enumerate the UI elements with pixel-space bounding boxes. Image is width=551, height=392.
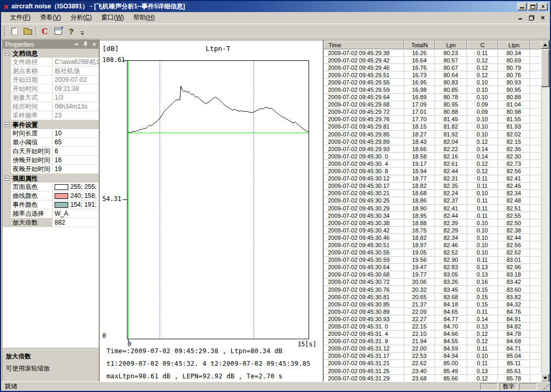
menu-item-4[interactable]: 窗口(W): [97, 12, 129, 24]
property-row[interactable]: 开始日期2009-07-02: [3, 76, 99, 84]
table-row[interactable]: 2009-07-02 09:45:30.6819.7783.050.1383.1…: [324, 271, 541, 279]
table-row[interactable]: 2009-07-02 09:45:29.3816.2680.230.1180.3…: [324, 49, 541, 57]
maximize-button[interactable]: [528, 3, 537, 10]
property-value[interactable]: 19: [52, 165, 99, 174]
collapse-icon[interactable]: [5, 176, 9, 181]
column-header-C[interactable]: C: [467, 40, 498, 49]
table-row[interactable]: 2009-07-02 09:45:31.1222.0084.590.1184.7…: [324, 345, 541, 353]
property-value[interactable]: 65: [52, 138, 99, 147]
pin-icon[interactable]: [83, 41, 88, 47]
property-row[interactable]: 开始时间09:21:38: [3, 84, 99, 93]
table-row[interactable]: 2009-07-02 09:45:30.3418.9582.440.1182.5…: [324, 212, 541, 219]
table-row[interactable]: 2009-07-02 09:45:30.2918.9082.410.1182.5…: [324, 205, 541, 212]
property-value[interactable]: 6: [52, 147, 99, 156]
table-row[interactable]: 2009-07-02 09:45:30.8521.3784.180.1584.3…: [324, 301, 541, 308]
panel-menu-icon[interactable]: [75, 44, 79, 46]
column-header-Lpn[interactable]: Lpn: [435, 40, 467, 49]
property-value[interactable]: 10: [52, 129, 99, 138]
menu-item-5[interactable]: 帮助(H): [129, 12, 160, 24]
property-value[interactable]: 06h34m13s: [52, 102, 99, 111]
properties-button[interactable]: [51, 25, 65, 38]
property-category[interactable]: 文档信息: [3, 49, 99, 58]
table-row[interactable]: 2009-07-02 09:45:30.5919.5682.900.1183.0…: [324, 257, 541, 264]
table-row[interactable]: 2009-07-02 09:45:30.8922.0984.650.1184.7…: [324, 308, 541, 315]
scroll-up-button[interactable]: [541, 40, 549, 49]
table-row[interactable]: 2009-07-02 09:45:30.5118.9782.460.1082.5…: [324, 241, 541, 249]
table-scrollbar[interactable]: [541, 40, 549, 382]
column-header-Time[interactable]: Time: [324, 40, 404, 49]
table-row[interactable]: 2009-07-02 09:45:30.3818.8882.390.1082.5…: [324, 219, 541, 227]
table-row[interactable]: 2009-07-02 09:45:31.2523.4085.490.1385.6…: [324, 367, 541, 375]
table-row[interactable]: 2009-07-02 09:45:29.9318.6682.220.1482.3…: [324, 145, 541, 153]
table-row[interactable]: 2009-07-02 09:45:29.5916.9880.850.1080.9…: [324, 86, 541, 93]
collapse-icon[interactable]: [5, 122, 9, 127]
table-row[interactable]: 2009-07-02 09:45:30.5519.0582.520.1082.6…: [324, 249, 541, 257]
table-row[interactable]: 2009-07-02 09:45:31. 821.9484.550.1284.6…: [324, 338, 541, 345]
property-row[interactable]: 曲线颜色240; 158; 15: [3, 192, 99, 200]
chart-svg[interactable]: [121, 60, 312, 344]
property-category[interactable]: 视图属性: [3, 174, 99, 183]
property-value[interactable]: 255; 255; 25: [52, 183, 99, 192]
property-category[interactable]: 事件设置: [3, 120, 99, 129]
menu-item-1[interactable]: 文件(F): [5, 12, 35, 24]
open-file-button[interactable]: [21, 25, 34, 38]
table-row[interactable]: 2009-07-02 09:45:30. 018.5882.160.1482.3…: [324, 153, 541, 160]
property-value[interactable]: 1/3: [52, 93, 99, 102]
table-row[interactable]: 2009-07-02 09:45:29.6416.8980.780.1080.8…: [324, 94, 541, 101]
menu-item-3[interactable]: 分析(C): [66, 12, 97, 24]
property-value[interactable]: 2009-07-02: [52, 76, 99, 84]
table-row[interactable]: 2009-07-02 09:45:31. 022.1584.700.1384.8…: [324, 323, 541, 330]
table-row[interactable]: 2009-07-02 09:45:30.8120.6583.680.1583.8…: [324, 293, 541, 301]
table-row[interactable]: 2009-07-02 09:45:30.4218.7582.290.1082.3…: [324, 227, 541, 234]
property-row[interactable]: 傍晚开始时间16: [3, 156, 99, 165]
table-row[interactable]: 2009-07-02 09:45:30.1218.7782.310.1182.4…: [324, 175, 541, 183]
property-row[interactable]: 测量方式1/3: [3, 93, 99, 102]
table-row[interactable]: 2009-07-02 09:45:29.7217.0180.880.0980.9…: [324, 109, 541, 116]
property-value[interactable]: C:\awa6298\机场: [52, 58, 99, 67]
table-row[interactable]: 2009-07-02 09:45:30.7220.0683.260.1683.4…: [324, 279, 541, 286]
property-row[interactable]: 文件路径C:\awa6298\机场: [3, 58, 99, 67]
table-row[interactable]: 2009-07-02 09:45:29.6817.0980.950.0981.0…: [324, 101, 541, 109]
table-row[interactable]: 2009-07-02 09:45:30.4618.8282.340.1082.4…: [324, 234, 541, 241]
mdi-close-button[interactable]: ×: [541, 15, 545, 20]
close-button[interactable]: ×: [538, 3, 548, 10]
table-row[interactable]: 2009-07-02 09:45:29.8918.4382.040.1282.1…: [324, 138, 541, 145]
table-row[interactable]: 2009-07-02 09:45:30.9322.2784.770.1484.9…: [324, 315, 541, 323]
minimize-button[interactable]: [517, 3, 527, 10]
table-row[interactable]: 2009-07-02 09:45:30.7620.3283.450.1583.6…: [324, 286, 541, 293]
property-value[interactable]: 154; 191; 18: [52, 200, 99, 209]
resize-grip[interactable]: [542, 383, 549, 390]
property-value[interactable]: 09:21:38: [52, 84, 99, 93]
property-row[interactable]: 测点名称栎社机场: [3, 67, 99, 76]
mdi-minimize-button[interactable]: [518, 16, 523, 20]
table-row[interactable]: 2009-07-02 09:45:29.4216.6480.570.1280.6…: [324, 57, 541, 64]
toolbar-overflow-button[interactable]: [79, 26, 86, 37]
collapse-icon[interactable]: [5, 51, 9, 56]
property-row[interactable]: 夜晚开始时间19: [3, 165, 99, 174]
table-row[interactable]: 2009-07-02 09:45:30. 419.1782.610.1282.7…: [324, 160, 541, 167]
table-row[interactable]: 2009-07-02 09:45:29.5116.7380.640.1280.7…: [324, 71, 541, 79]
table-row[interactable]: 2009-07-02 09:45:30.1718.8282.350.1182.4…: [324, 183, 541, 190]
column-header-TotalN[interactable]: TotalN: [404, 40, 435, 49]
property-row[interactable]: 页面底色255; 255; 25: [3, 183, 99, 192]
property-value[interactable]: 240; 158; 15: [52, 192, 99, 200]
table-row[interactable]: 2009-07-02 09:45:30. 818.9482.440.1282.5…: [324, 168, 541, 175]
column-header-blank[interactable]: [530, 40, 541, 49]
property-row[interactable]: 频率点选择W_A: [3, 209, 99, 218]
table-row[interactable]: 2009-07-02 09:45:29.4616.7680.670.1280.7…: [324, 64, 541, 71]
property-row[interactable]: 放大倍数882: [3, 218, 99, 227]
table-row[interactable]: 2009-07-02 09:45:30.6419.4782.830.1382.9…: [324, 264, 541, 271]
chart-panel[interactable]: [dB] Ltpn-T 108.61 54.31 0 0 15[s] Time=…: [99, 40, 323, 383]
property-value[interactable]: W_A: [52, 209, 99, 218]
panel-close-icon[interactable]: ×: [92, 42, 96, 47]
property-row[interactable]: 最小阈值65: [3, 138, 99, 147]
c-weighting-button[interactable]: C: [38, 25, 51, 38]
column-header-Ltpn[interactable]: Ltpn: [498, 40, 530, 49]
mdi-restore-button[interactable]: [529, 15, 534, 20]
table-row[interactable]: 2009-07-02 09:45:29.7617.7081.450.1081.5…: [324, 116, 541, 123]
property-row[interactable]: 采样频率23: [3, 111, 99, 120]
table-row[interactable]: 2009-07-02 09:45:30.2118.6882.240.1082.3…: [324, 190, 541, 197]
toolbar-grip-icon[interactable]: [4, 26, 6, 37]
table-row[interactable]: 2009-07-02 09:45:31.2122.6285.000.1185.1…: [324, 360, 541, 367]
help-button[interactable]: ?: [65, 25, 78, 38]
